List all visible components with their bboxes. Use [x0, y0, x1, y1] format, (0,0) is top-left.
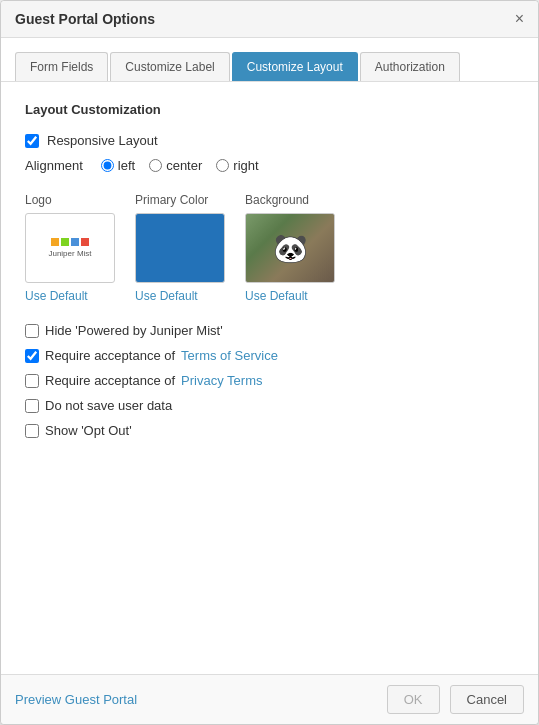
- color-use-default-link[interactable]: Use Default: [135, 289, 225, 303]
- align-center-radio[interactable]: [149, 159, 162, 172]
- juniper-logo: Juniper Mist: [26, 214, 114, 282]
- cancel-button[interactable]: Cancel: [450, 685, 524, 714]
- tab-form-fields[interactable]: Form Fields: [15, 52, 108, 81]
- tabs-container: Form Fields Customize Label Customize La…: [1, 38, 538, 82]
- icon-square-3: [71, 238, 79, 246]
- background-group: Background Use Default: [245, 193, 335, 303]
- tab-customize-label[interactable]: Customize Label: [110, 52, 229, 81]
- tab-authorization[interactable]: Authorization: [360, 52, 460, 81]
- background-image: [246, 214, 334, 282]
- privacy-terms-link[interactable]: Privacy Terms: [181, 373, 262, 388]
- juniper-icon: [51, 238, 89, 246]
- juniper-logo-text: Juniper Mist: [48, 249, 91, 258]
- icon-square-1: [51, 238, 59, 246]
- hide-powered-by-row: Hide 'Powered by Juniper Mist': [25, 323, 514, 338]
- show-opt-out-label: Show 'Opt Out': [45, 423, 132, 438]
- responsive-layout-checkbox[interactable]: [25, 134, 39, 148]
- footer-left: Preview Guest Portal: [15, 692, 377, 707]
- alignment-left-option: left: [101, 158, 135, 173]
- show-opt-out-checkbox[interactable]: [25, 424, 39, 438]
- primary-color-thumbnail[interactable]: [135, 213, 225, 283]
- require-privacy-checkbox[interactable]: [25, 374, 39, 388]
- tab-customize-layout[interactable]: Customize Layout: [232, 52, 358, 81]
- logo-group: Logo Juniper Mist Use Default: [25, 193, 115, 303]
- icon-square-4: [81, 238, 89, 246]
- dialog-title: Guest Portal Options: [15, 11, 155, 27]
- alignment-right-option: right: [216, 158, 258, 173]
- do-not-save-label: Do not save user data: [45, 398, 172, 413]
- primary-color-label: Primary Color: [135, 193, 225, 207]
- background-use-default-link[interactable]: Use Default: [245, 289, 335, 303]
- alignment-label: Alignment: [25, 158, 83, 173]
- do-not-save-checkbox[interactable]: [25, 399, 39, 413]
- require-tos-checkbox[interactable]: [25, 349, 39, 363]
- options-section: Hide 'Powered by Juniper Mist' Require a…: [25, 323, 514, 438]
- show-opt-out-row: Show 'Opt Out': [25, 423, 514, 438]
- do-not-save-row: Do not save user data: [25, 398, 514, 413]
- align-center-label: center: [166, 158, 202, 173]
- dialog-header: Guest Portal Options ×: [1, 1, 538, 38]
- align-right-radio[interactable]: [216, 159, 229, 172]
- close-button[interactable]: ×: [515, 11, 524, 27]
- hide-powered-by-label: Hide 'Powered by Juniper Mist': [45, 323, 223, 338]
- alignment-center-option: center: [149, 158, 202, 173]
- require-tos-row: Require acceptance of Terms of Service: [25, 348, 514, 363]
- require-privacy-row: Require acceptance of Privacy Terms: [25, 373, 514, 388]
- preview-guest-portal-link[interactable]: Preview Guest Portal: [15, 692, 137, 707]
- icon-square-2: [61, 238, 69, 246]
- background-label: Background: [245, 193, 335, 207]
- dialog-footer: Preview Guest Portal OK Cancel: [1, 674, 538, 724]
- primary-color-group: Primary Color Use Default: [135, 193, 225, 303]
- align-left-radio[interactable]: [101, 159, 114, 172]
- responsive-layout-row: Responsive Layout: [25, 133, 514, 148]
- section-title: Layout Customization: [25, 102, 514, 117]
- logo-label: Logo: [25, 193, 115, 207]
- ok-button[interactable]: OK: [387, 685, 440, 714]
- background-thumbnail[interactable]: [245, 213, 335, 283]
- responsive-layout-label: Responsive Layout: [47, 133, 158, 148]
- alignment-row: Alignment left center right: [25, 158, 514, 173]
- logo-use-default-link[interactable]: Use Default: [25, 289, 115, 303]
- hide-powered-by-checkbox[interactable]: [25, 324, 39, 338]
- guest-portal-dialog: Guest Portal Options × Form Fields Custo…: [0, 0, 539, 725]
- terms-of-service-link[interactable]: Terms of Service: [181, 348, 278, 363]
- images-row: Logo Juniper Mist Use Default: [25, 193, 514, 303]
- require-tos-label: Require acceptance of: [45, 348, 175, 363]
- logo-thumbnail[interactable]: Juniper Mist: [25, 213, 115, 283]
- require-privacy-label: Require acceptance of: [45, 373, 175, 388]
- align-left-label: left: [118, 158, 135, 173]
- align-right-label: right: [233, 158, 258, 173]
- dialog-body: Layout Customization Responsive Layout A…: [1, 82, 538, 674]
